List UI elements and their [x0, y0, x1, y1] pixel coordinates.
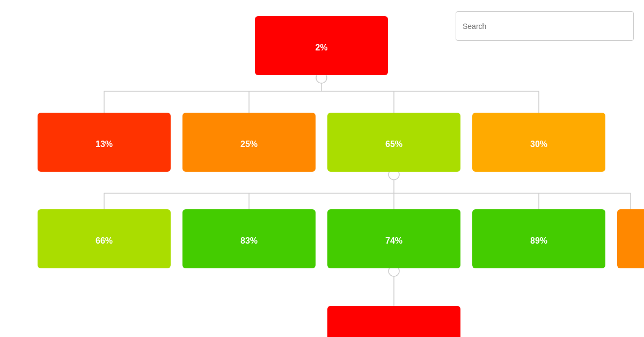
l2n3-label: 74% [385, 236, 402, 245]
l1n3-label: 65% [385, 140, 402, 149]
root-node-label: 2% [315, 43, 327, 52]
l2n5-rect[interactable] [617, 209, 644, 268]
l1n4-label: 30% [530, 140, 547, 149]
l2n4-label: 89% [530, 236, 547, 245]
l2n1-label: 66% [96, 236, 113, 245]
l1n1-label: 13% [96, 140, 113, 149]
l2n2-label: 83% [240, 236, 258, 245]
l1n2-label: 25% [240, 140, 258, 149]
tree-svg: 2% 13% 25% 65% 30% 66% 83% 74% 89% [0, 0, 644, 337]
tree-container: 2% 13% 25% 65% 30% 66% 83% 74% 89% [0, 0, 644, 337]
l3n1-rect[interactable] [327, 306, 460, 337]
